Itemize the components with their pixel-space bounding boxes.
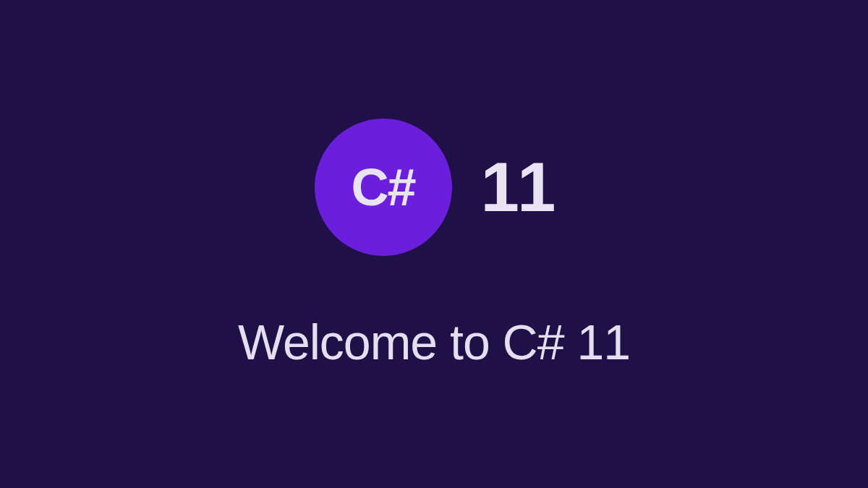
version-number: 11 [481,147,554,227]
welcome-heading: Welcome to C# 11 [238,314,630,370]
csharp-logo-badge: C# [315,119,452,256]
logo-row: C# 11 [315,119,554,256]
csharp-logo-text: C# [352,158,415,217]
